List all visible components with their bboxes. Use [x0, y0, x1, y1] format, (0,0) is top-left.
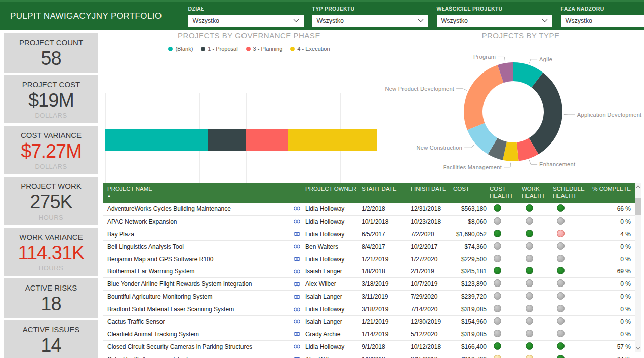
- scroll-down-arrow[interactable]: [635, 344, 641, 352]
- link-icon[interactable]: [293, 356, 301, 358]
- column-header-8[interactable]: SCHEDULE HEALTH: [553, 183, 591, 203]
- bar-segment-1[interactable]: [208, 129, 246, 151]
- bar-segment-3[interactable]: [288, 129, 377, 151]
- project-link-cell[interactable]: [288, 218, 305, 225]
- link-icon[interactable]: [293, 306, 301, 313]
- link-icon[interactable]: [293, 256, 301, 262]
- bar-segment-0[interactable]: [105, 129, 208, 151]
- column-header-9[interactable]: % COMPLETE: [591, 183, 635, 203]
- cost-health-cell: [490, 317, 522, 326]
- donut-slice-new-product-development[interactable]: [464, 65, 504, 130]
- schedule-health-indicator: [557, 255, 565, 262]
- table-row[interactable]: Coho Health Assessment Tool Alex Wilber …: [103, 353, 635, 358]
- table-row[interactable]: Bradford Solid Material Laser Scanning S…: [103, 303, 635, 316]
- kpi-title: COST VARIANCE: [4, 131, 98, 139]
- filter-2-select[interactable]: Wszystko: [437, 15, 552, 27]
- legend-item-1[interactable]: 1 - Proposal: [201, 46, 237, 52]
- sort-ascending-icon: ▲: [107, 194, 286, 198]
- stacked-bar: [105, 129, 387, 151]
- project-link-cell[interactable]: [288, 331, 305, 337]
- schedule-health-indicator: [557, 217, 565, 225]
- donut-slice-application-development[interactable]: [529, 73, 562, 154]
- project-link-cell[interactable]: [288, 243, 305, 250]
- schedule-health-indicator: [557, 330, 565, 337]
- table-row[interactable]: Cactus Traffic Sensor Isaiah Langer 1/21…: [103, 316, 635, 328]
- schedule-health-indicator: [557, 342, 565, 350]
- table-row[interactable]: Blue Yonder Airline Flight Rewards Syste…: [103, 278, 635, 291]
- kpi-title: PROJECT COST: [4, 80, 98, 89]
- column-header-1[interactable]: [288, 183, 305, 203]
- scroll-thumb[interactable]: [635, 198, 641, 215]
- column-header-7[interactable]: WORK HEALTH: [522, 183, 553, 203]
- column-header-2[interactable]: PROJECT OWNER: [305, 183, 362, 203]
- table-scrollbar[interactable]: [635, 183, 641, 352]
- column-header-4[interactable]: FINISH DATE: [411, 183, 453, 203]
- percent-complete-cell: 0 %: [591, 331, 635, 338]
- link-icon[interactable]: [293, 318, 301, 325]
- link-icon[interactable]: [293, 281, 301, 288]
- schedule-health-cell: [553, 292, 591, 301]
- column-header-0[interactable]: PROJECT NAME▲: [103, 183, 288, 203]
- column-header-5[interactable]: COST: [453, 183, 490, 203]
- governance-chart-title: PROJECTS BY GOVERNANCE PHASE: [103, 31, 395, 40]
- schedule-health-indicator: [557, 242, 565, 250]
- link-icon[interactable]: [293, 268, 301, 275]
- table-row[interactable]: APAC Network Expansion Lidia Holloway 10…: [103, 216, 635, 228]
- link-icon[interactable]: [293, 331, 301, 337]
- cost-health-indicator: [494, 355, 501, 358]
- table-row[interactable]: Bountiful Agriculture Monitoring System …: [103, 291, 635, 303]
- project-link-cell[interactable]: [288, 343, 305, 350]
- link-icon[interactable]: [293, 231, 301, 237]
- filter-1-select[interactable]: Wszystko: [312, 15, 428, 27]
- project-link-cell[interactable]: [288, 205, 305, 212]
- legend-item-2[interactable]: 3 - Planning: [246, 46, 283, 52]
- bar-segment-2[interactable]: [246, 129, 288, 151]
- column-header-6[interactable]: COST HEALTH: [490, 183, 522, 203]
- filter-0-select[interactable]: Wszystko: [188, 15, 304, 27]
- legend-label: 4 - Execution: [297, 46, 330, 52]
- filter-3-label: FAZA NADZORU: [561, 6, 644, 12]
- table-row[interactable]: AdventureWorks Cycles Building Maintenan…: [103, 203, 635, 216]
- legend-dot: [290, 47, 295, 51]
- project-name-cell: Clearfield Animal Tracking System: [103, 331, 288, 338]
- table-row[interactable]: Benjamin Map and GPS Software R100 Lidia…: [103, 253, 635, 266]
- project-link-cell[interactable]: [288, 294, 305, 300]
- table-row[interactable]: Clearfield Animal Tracking System Grady …: [103, 328, 635, 341]
- cost-cell: $319,085: [453, 306, 490, 313]
- link-icon[interactable]: [293, 205, 301, 212]
- project-link-cell[interactable]: [288, 231, 305, 237]
- project-link-cell[interactable]: [288, 356, 305, 358]
- legend-item-3[interactable]: 4 - Execution: [290, 46, 330, 52]
- legend-item-0[interactable]: (Blank): [168, 46, 193, 52]
- link-icon[interactable]: [293, 343, 301, 350]
- schedule-health-indicator: [557, 292, 565, 300]
- finish-date-cell: 1/27/2020: [411, 256, 453, 263]
- project-link-cell[interactable]: [288, 318, 305, 325]
- link-icon[interactable]: [293, 243, 301, 250]
- column-header-3[interactable]: START DATE: [362, 183, 411, 203]
- scroll-up-arrow[interactable]: [635, 183, 641, 191]
- percent-complete-cell: 69 %: [591, 268, 635, 275]
- table-row[interactable]: Bell Linguistics Analysis Tool Ben Walte…: [103, 241, 635, 253]
- schedule-health-indicator: [557, 267, 565, 274]
- cost-health-indicator: [494, 204, 501, 212]
- chevron-down-icon: [542, 19, 548, 22]
- schedule-health-indicator: [557, 317, 565, 325]
- cost-health-cell: [490, 267, 522, 276]
- link-icon[interactable]: [293, 218, 301, 225]
- link-icon[interactable]: [293, 294, 301, 300]
- project-link-cell[interactable]: [288, 306, 305, 313]
- project-link-cell[interactable]: [288, 256, 305, 262]
- filter-2-label: WŁAŚCICIEL PROJEKTU: [437, 6, 552, 12]
- kpi-sidebar: PROJECT COUNT 58PROJECT COST $19MDOLLARS…: [4, 33, 98, 358]
- project-link-cell[interactable]: [288, 281, 305, 288]
- table-row[interactable]: Closed Circuit Security Cameras in Parki…: [103, 341, 635, 353]
- cost-health-indicator: [494, 330, 501, 337]
- cost-health-cell: [490, 242, 522, 251]
- project-name-cell: AdventureWorks Cycles Building Maintenan…: [103, 205, 288, 212]
- filter-3-select[interactable]: Wszystko: [561, 15, 644, 27]
- kpi-title: ACTIVE RISKS: [4, 283, 98, 292]
- project-link-cell[interactable]: [288, 268, 305, 275]
- table-row[interactable]: Bay Plaza Lidia Holloway 6/5/2017 7/2/20…: [103, 228, 635, 241]
- table-row[interactable]: Biothermal Ear Warming System Isaiah Lan…: [103, 265, 635, 278]
